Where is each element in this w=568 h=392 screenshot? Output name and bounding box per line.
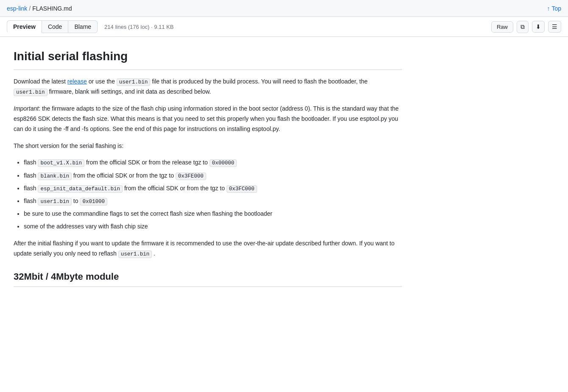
p2-text: : the firmware adapts to the size of the… (14, 105, 399, 132)
bullet-4-middle: to (72, 197, 80, 204)
important-italic: Important (14, 105, 39, 112)
bullet-4-before: flash (24, 197, 38, 204)
bullet-1-middle: from the official SDK or from the releas… (84, 159, 210, 166)
paragraph-important: Important: the firmware adapts to the si… (14, 104, 402, 134)
bullet-3-code1: esp_init_data_default.bin (38, 185, 123, 193)
release-link[interactable]: release (67, 78, 87, 85)
tab-code[interactable]: Code (42, 20, 68, 33)
file-tabs: Preview Code Blame (7, 20, 98, 33)
bullet-2-before: flash (24, 172, 38, 179)
tab-blame[interactable]: Blame (68, 20, 98, 33)
list-item: flash boot_v1.X.bin from the official SD… (24, 158, 402, 168)
list-item: be sure to use the commandline flags to … (24, 209, 402, 219)
main-content: Initial serial flashing Download the lat… (0, 37, 416, 304)
heading-32mbit: 32Mbit / 4Mbyte module (14, 269, 402, 287)
bullet-3-before: flash (24, 185, 38, 192)
file-actions: Raw ⧉ ⬇ ☰ (491, 21, 561, 33)
bullet-5-text: be sure to use the commandline flags to … (24, 210, 272, 217)
raw-button[interactable]: Raw (491, 21, 513, 33)
list-item: flash esp_init_data_default.bin from the… (24, 183, 402, 194)
download-button[interactable]: ⬇ (532, 21, 545, 33)
copy-icon: ⧉ (520, 23, 525, 31)
file-header: Preview Code Blame 214 lines (176 loc) ·… (0, 17, 568, 37)
copy-button[interactable]: ⧉ (517, 21, 529, 33)
bullet-4-code2: 0x01000 (80, 198, 107, 206)
top-bar: esp-link / FLASHING.md ↑ Top (0, 0, 568, 17)
tab-preview[interactable]: Preview (7, 20, 42, 33)
breadcrumb-separator: / (29, 5, 31, 12)
up-arrow-icon: ↑ (547, 5, 550, 12)
p1-text-middle: file that is produced by the build proce… (150, 78, 367, 85)
bullet-1-code1: boot_v1.X.bin (38, 159, 84, 167)
p1-code-user1bin: user1.bin (117, 78, 151, 86)
breadcrumb-file: FLASHING.md (32, 5, 72, 12)
menu-button[interactable]: ☰ (548, 21, 561, 33)
paragraph-after-flashing: After the initial flashing if you want t… (14, 239, 402, 259)
breadcrumb-repo-link[interactable]: esp-link (7, 5, 27, 12)
bullet-3-code2: 0x3FC000 (227, 185, 257, 193)
download-icon: ⬇ (536, 23, 541, 30)
bullet-4-code1: user1.bin (38, 198, 72, 206)
p4-text-before: After the initial flashing if you want t… (14, 240, 395, 257)
bullet-list: flash boot_v1.X.bin from the official SD… (24, 158, 402, 232)
bullet-1-code2: 0x00000 (210, 159, 237, 167)
bullet-3-middle: from the official SDK or from the tgz to (123, 185, 227, 192)
bullet-6-text: some of the addresses vary with flash ch… (24, 223, 148, 230)
top-link-label: Top (551, 5, 561, 12)
p1-text-after-link: or use the (87, 78, 117, 85)
menu-icon: ☰ (552, 23, 557, 30)
p4-text-after: . (152, 250, 155, 257)
paragraph-short-version: The short version for the serial flashin… (14, 141, 402, 151)
bullet-2-middle: from the official SDK or from the tgz to (72, 172, 176, 179)
top-link[interactable]: ↑ Top (547, 5, 561, 12)
p4-code-user1bin: user1.bin (118, 250, 152, 258)
heading-initial-serial-flashing: Initial serial flashing (14, 47, 402, 70)
list-item: some of the addresses vary with flash ch… (24, 222, 402, 232)
breadcrumb: esp-link / FLASHING.md (7, 5, 72, 12)
p1-code-user1bin-2: user1.bin (14, 89, 48, 96)
bullet-2-code1: blank.bin (38, 172, 72, 180)
file-meta: 214 lines (176 loc) · 9.11 KB (104, 24, 173, 30)
list-item: flash user1.bin to 0x01000 (24, 196, 402, 206)
bullet-1-before: flash (24, 159, 38, 166)
p1-text-before-link: Download the latest (14, 78, 67, 85)
p1-text-end: firmware, blank wifi settings, and init … (48, 88, 211, 95)
list-item: flash blank.bin from the official SDK or… (24, 171, 402, 181)
paragraph-1: Download the latest release or use the u… (14, 77, 402, 97)
bullet-2-code2: 0x3FE000 (176, 172, 206, 180)
